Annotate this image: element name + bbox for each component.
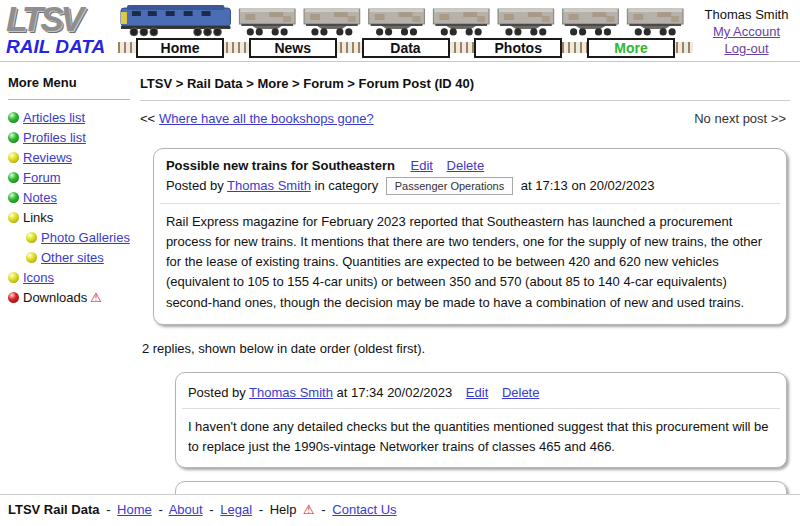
- yellow-ball-icon: [8, 212, 19, 223]
- reply-meta: Posted by Thomas Smith at 17:34 20/02/20…: [188, 385, 774, 400]
- post-pagination: <<Where have all the bookshops gone? No …: [140, 111, 790, 126]
- sidebar-link-notes[interactable]: Notes: [23, 190, 57, 205]
- prev-post-link[interactable]: Where have all the bookshops gone?: [159, 111, 374, 126]
- sidebar-link-reviews[interactable]: Reviews: [23, 150, 72, 165]
- page: LTSV RAIL DATA: [0, 0, 800, 526]
- page-body: More Menu Articles list Profiles list Re…: [0, 62, 800, 526]
- sidebar-item-links: Links: [8, 210, 130, 225]
- sidebar-link-profiles-list[interactable]: Profiles list: [23, 130, 86, 145]
- sidebar-item-other-sites: Other sites: [26, 250, 130, 265]
- footer-brand: LTSV Rail Data: [8, 502, 100, 517]
- post-author-link[interactable]: Thomas Smith: [227, 178, 311, 193]
- sidebar-item-photo-galleries: Photo Galleries: [26, 230, 130, 245]
- post-title: Possible new trains for Southeastern: [166, 158, 395, 173]
- nav-tab-home[interactable]: Home: [136, 38, 224, 58]
- sidebar-label-downloads: Downloads: [23, 290, 87, 305]
- train-banner: Home News Data Photos More: [118, 0, 693, 61]
- logo-subtext: RAIL DATA: [6, 36, 118, 57]
- divider: [182, 408, 780, 409]
- red-ball-icon: [8, 292, 19, 303]
- post-time-label: at 17:13 on 20/02/2023: [521, 178, 655, 193]
- sidebar: More Menu Articles list Profiles list Re…: [0, 62, 136, 310]
- sidebar-menu: Articles list Profiles list Reviews Foru…: [8, 110, 130, 305]
- forum-post: Possible new trains for Southeastern Edi…: [153, 148, 787, 325]
- sidebar-item-articles-list: Articles list: [8, 110, 130, 125]
- divider: [160, 203, 780, 204]
- user-name: Thomas Smith: [693, 6, 800, 23]
- footer-separator: -: [209, 502, 213, 517]
- prev-post: <<Where have all the bookshops gone?: [140, 111, 374, 126]
- breadcrumb: LTSV > Rail Data > More > Forum > Forum …: [140, 76, 790, 91]
- main-nav: Home News Data Photos More: [118, 37, 693, 58]
- sidebar-label-links: Links: [23, 210, 53, 225]
- reply-edit-link[interactable]: Edit: [466, 385, 488, 400]
- footer-home-link[interactable]: Home: [117, 502, 152, 517]
- replies-summary: 2 replies, shown below in date order (ol…: [142, 341, 790, 356]
- footer-legal-link[interactable]: Legal: [220, 502, 252, 517]
- post-edit-link[interactable]: Edit: [411, 158, 433, 173]
- my-account-link[interactable]: My Account: [693, 23, 800, 40]
- footer-about-link[interactable]: About: [169, 502, 203, 517]
- category-prefix-label: in category: [315, 178, 379, 193]
- nav-tab-photos[interactable]: Photos: [474, 38, 562, 58]
- prev-arrows: <<: [140, 111, 155, 126]
- logo-text: LTSV: [6, 1, 118, 36]
- footer-separator: -: [321, 502, 325, 517]
- forum-reply: Posted by Thomas Smith at 17:34 20/02/20…: [175, 372, 787, 468]
- sidebar-item-forum: Forum: [8, 170, 130, 185]
- nav-tab-data[interactable]: Data: [362, 38, 450, 58]
- green-ball-icon: [8, 172, 19, 183]
- locomotive: [121, 5, 230, 36]
- site-header: LTSV RAIL DATA: [0, 0, 800, 62]
- divider: [8, 99, 130, 100]
- yellow-ball-icon: [8, 272, 19, 283]
- post-meta: Posted by Thomas Smith in category Passe…: [166, 177, 774, 195]
- green-ball-icon: [8, 132, 19, 143]
- yellow-ball-icon: [26, 232, 37, 243]
- yellow-ball-icon: [8, 152, 19, 163]
- nav-tab-more[interactable]: More: [587, 38, 675, 58]
- post-body: Rail Express magazine for February 2023 …: [166, 212, 774, 313]
- footer-separator: -: [259, 502, 263, 517]
- reply-body: I haven't done any detailed checks but t…: [188, 417, 774, 457]
- footer-separator: -: [158, 502, 162, 517]
- divider: [140, 100, 790, 101]
- reply-delete-link[interactable]: Delete: [502, 385, 540, 400]
- sidebar-item-downloads: Downloads⚠: [8, 290, 130, 305]
- sidebar-item-reviews: Reviews: [8, 150, 130, 165]
- reply-time-label: at 17:34 20/02/2023: [337, 385, 453, 400]
- posted-by-label: Posted by: [166, 178, 224, 193]
- sidebar-item-notes: Notes: [8, 190, 130, 205]
- train-image: [118, 3, 693, 37]
- sidebar-link-forum[interactable]: Forum: [23, 170, 61, 185]
- sidebar-link-icons[interactable]: Icons: [23, 270, 54, 285]
- warning-icon: ⚠: [90, 290, 102, 305]
- main-content: LTSV > Rail Data > More > Forum > Forum …: [136, 62, 800, 526]
- user-panel: Thomas Smith My Account Log-out: [693, 0, 800, 61]
- green-ball-icon: [8, 112, 19, 123]
- footer-help-label: Help: [270, 502, 297, 517]
- sidebar-link-photo-galleries[interactable]: Photo Galleries: [41, 230, 130, 245]
- sidebar-link-articles-list[interactable]: Articles list: [23, 110, 85, 125]
- green-ball-icon: [8, 192, 19, 203]
- nav-tab-news[interactable]: News: [249, 38, 337, 58]
- category-badge: Passenger Operations: [386, 177, 513, 195]
- footer-separator: -: [106, 502, 110, 517]
- sidebar-link-other-sites[interactable]: Other sites: [41, 250, 104, 265]
- warning-icon: ⚠: [303, 502, 315, 517]
- post-title-row: Possible new trains for Southeastern Edi…: [166, 158, 774, 173]
- sidebar-title: More Menu: [8, 75, 130, 90]
- reply-author-link[interactable]: Thomas Smith: [249, 385, 333, 400]
- sidebar-item-icons: Icons: [8, 270, 130, 285]
- logout-link[interactable]: Log-out: [693, 40, 800, 57]
- post-delete-link[interactable]: Delete: [447, 158, 485, 173]
- site-footer: LTSV Rail Data - Home - About - Legal - …: [0, 494, 800, 526]
- next-post-text: No next post >>: [694, 111, 790, 126]
- posted-by-label: Posted by: [188, 385, 246, 400]
- footer-contact-link[interactable]: Contact Us: [332, 502, 396, 517]
- sidebar-item-profiles-list: Profiles list: [8, 130, 130, 145]
- yellow-ball-icon: [26, 252, 37, 263]
- site-logo[interactable]: LTSV RAIL DATA: [0, 0, 118, 61]
